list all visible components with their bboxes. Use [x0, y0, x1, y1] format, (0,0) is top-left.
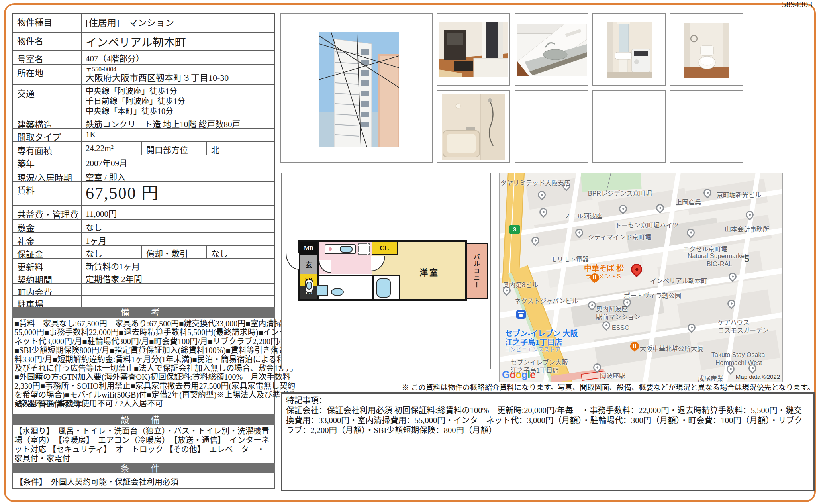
map-label: 阿波座駅	[600, 371, 625, 380]
route-number-badge: 3	[509, 225, 520, 234]
table-row-area: 専有面積24.22m²開口部方位北	[13, 141, 274, 155]
table-row-deposit: 敷金なし	[13, 219, 274, 232]
map-label: 奥内第8ビル	[503, 280, 538, 289]
field-value-key-money: 1ヶ月	[82, 233, 274, 245]
floor-plan: バルコニー MB 玄 SB PS CL	[281, 173, 491, 369]
map-label: 駅前マンション	[596, 312, 641, 321]
photo-interior-room	[437, 13, 510, 86]
field-value2-area: 北	[206, 142, 274, 155]
field-value-guarantee: なし	[82, 246, 141, 258]
document-number: 5894303	[782, 0, 813, 9]
field-label-guarantee: 保証金	[13, 246, 82, 258]
table-row-common-fee: 共益費・管理費11,000円	[13, 205, 274, 219]
field-label-rent: 賃料	[13, 182, 82, 205]
field-label-area: 専有面積	[13, 142, 82, 155]
photo-slot-empty	[592, 90, 666, 163]
field-label-name: 物件名	[13, 33, 82, 50]
special-notes-box: 特記事項： 保証会社：保証会社利用必須 初回保証料:総賃料の100% 更新時:2…	[281, 392, 815, 491]
map-label: モリモト電器	[551, 254, 589, 263]
map-label: 上岡産業	[676, 197, 701, 206]
photo-toilet	[670, 13, 743, 86]
floorplan-closet: CL	[372, 242, 398, 255]
floorplan-entrance-cell: 玄	[300, 255, 317, 274]
map-label: コンビニエンスストア	[505, 345, 560, 353]
table-row-parking: 駐車場	[13, 295, 274, 308]
table-row-status: 現況/入居時期空室 / 即入	[13, 169, 274, 181]
table-row-rent: 賃料67,500 円	[13, 181, 274, 205]
map-label: ネクストジャパンビル	[515, 296, 578, 305]
remarks-footer: ●楽器不可 / 事務所使用不可 / 2人入居不可	[14, 397, 293, 409]
special-notes-body: 保証会社：保証会社利用必須 初回保証料:総賃料の100% 更新時:20,000円…	[286, 406, 810, 435]
map-label: ノール阿波座	[564, 211, 602, 220]
kitchen-sink	[340, 246, 353, 253]
equipment-text: 【水廻り】 風呂・トイレ・洗面台（独立）・バス・トイレ別・洗濯機置場（室内） 【…	[14, 427, 272, 463]
photo-slot-empty	[515, 90, 588, 163]
google-logo-letter: e	[530, 369, 535, 380]
map-label: 大阪中華北幇公所大厦	[640, 343, 703, 353]
field-label-contract-term: 契約期間	[13, 271, 82, 283]
field-sublabel-area: 開口部方位	[141, 142, 206, 155]
field-value-deposit: なし	[82, 220, 274, 232]
property-flyer-page: 5894303 物件種目[住居用] マンション物件名インペリアル靭本町号室名40…	[0, 0, 819, 504]
field-label-key-money: 礼金	[13, 233, 82, 245]
field-value-structure: 鉄筋コンクリート造 地上10階 総戸数80戸	[82, 116, 274, 128]
field-label-address: 所在地	[13, 65, 82, 84]
table-row-renewal-fee: 更新料新賃料の1ヶ月	[13, 258, 274, 271]
field-value-town-fee	[82, 284, 274, 295]
field-label-type: 物件種目	[13, 14, 82, 32]
field-value-common-fee: 11,000円	[82, 206, 274, 219]
field-label-room-no: 号室名	[13, 51, 82, 64]
table-row-room-no: 号室名407（4階部分）	[13, 50, 274, 64]
equipment-section: 【水廻り】 風呂・トイレ・洗面台（独立）・バス・トイレ別・洗濯機置場（室内） 【…	[12, 425, 275, 463]
table-row-built-year: 築年2007年09月	[13, 155, 274, 169]
photo-slot-empty	[670, 90, 743, 163]
floorplan-balcony: バルコニー	[465, 243, 488, 299]
field-value-name: インペリアル靭本町	[82, 33, 274, 50]
google-logo-letter: g	[521, 369, 527, 380]
entrance-door-arc	[286, 253, 299, 270]
washroom-image	[607, 22, 652, 78]
kitchen-image	[517, 24, 587, 76]
photo-kitchen	[515, 13, 588, 86]
remarks-text: ■賃料 家具なし:67,500円 家具あり:67,500円■鍵交換代33,000…	[14, 319, 299, 408]
field-value-room-no: 407（4階部分）	[82, 51, 274, 64]
field-label-layout-type: 間取タイプ	[13, 129, 82, 141]
field-label-status: 現況/入居時期	[13, 169, 82, 181]
field-value-area: 24.22m²	[82, 142, 141, 155]
field-label-built-year: 築年	[13, 155, 82, 169]
photo-bathroom	[437, 90, 510, 163]
bathroom-image	[442, 94, 505, 160]
washbasin-fixture	[331, 288, 344, 296]
table-row-name: 物件名インペリアル靭本町	[13, 32, 274, 50]
field-value-contract-term: 定期借家 2年間	[82, 271, 274, 283]
special-notes-title: 特記事項：	[286, 396, 810, 406]
field-value-parking	[82, 296, 274, 308]
field-value-address: 〒550-0004大阪府大阪市西区靱本町３丁目10-30	[82, 65, 274, 84]
floorplan-unit-outline: MB 玄 SB PS CL 洋室	[298, 240, 467, 301]
map-label: Natural Supermarket	[688, 253, 747, 260]
photo-washroom	[592, 13, 666, 86]
table-row-town-fee: 町内会費	[13, 283, 274, 295]
google-logo-letter: o	[509, 369, 515, 380]
map-label: インペリアル靭本町	[650, 276, 707, 285]
field-label-deposit: 敷金	[13, 220, 82, 232]
field-label-town-fee: 町内会費	[13, 284, 82, 295]
field-value-rent: 67,500 円	[82, 182, 274, 205]
kitchen-stove-space	[358, 243, 370, 255]
map-label: Takuto Stay Osaka	[711, 351, 765, 359]
remarks-section: ■賃料 家具なし:67,500円 家具あり:67,500円■鍵交換代33,000…	[12, 318, 275, 414]
google-logo: Google	[502, 369, 535, 381]
table-row-address: 所在地〒550-0004大阪府大阪市西区靱本町３丁目10-30	[13, 64, 274, 84]
field-label-common-fee: 共益費・管理費	[13, 206, 82, 219]
map-label: 成尾産業	[698, 373, 723, 382]
field-label-parking: 駐車場	[13, 296, 82, 308]
kitchen-burner	[329, 247, 332, 251]
map-label: シティマインド京町堀	[588, 232, 651, 241]
conditions-section: 【条件】 外国人契約可能・保証会社利用必須	[12, 473, 275, 489]
map-attribution: Map data ©2022	[736, 373, 780, 380]
table-row-access: 交通中央線「阿波座」徒歩1分千日前線「阿波座」徒歩1分中央線「本町」徒歩10分	[13, 84, 274, 116]
map-label: 山本会計事務所	[725, 224, 769, 233]
bathtub-fixture	[376, 278, 391, 298]
field-value-access: 中央線「阿波座」徒歩1分千日前線「阿波座」徒歩1分中央線「本町」徒歩10分	[82, 85, 274, 116]
field-label-access: 交通	[13, 85, 82, 116]
